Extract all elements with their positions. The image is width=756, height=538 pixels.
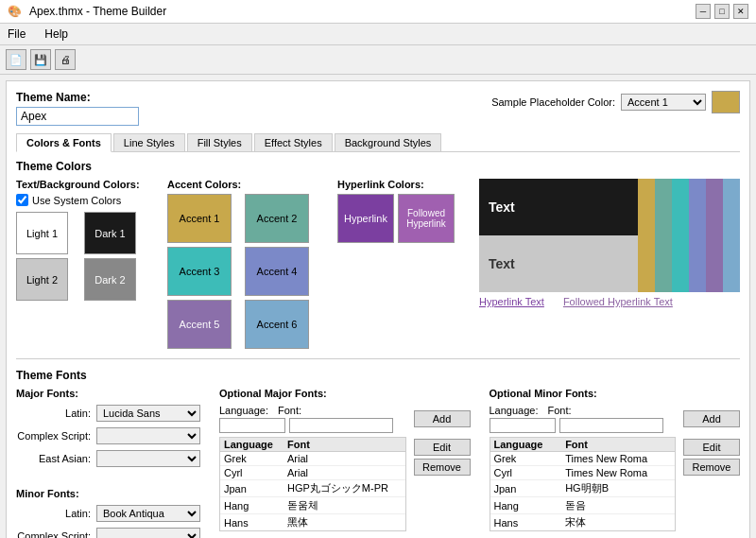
preview-links: Hyperlink Text Followed Hyperlink Text bbox=[479, 292, 740, 311]
minor-complex-row: Complex Script: bbox=[16, 528, 200, 538]
font-cell: HGP丸ゴシックM-PR bbox=[284, 480, 405, 497]
hyperlink-grid: Hyperlink Followed Hyperlink bbox=[337, 194, 460, 243]
theme-name-input[interactable] bbox=[16, 107, 139, 126]
major-complex-select[interactable] bbox=[96, 427, 200, 444]
save-button[interactable]: 💾 bbox=[30, 49, 51, 70]
table-row[interactable]: JpanHGP丸ゴシックM-PR bbox=[220, 480, 405, 497]
preview-light-text: Text bbox=[489, 256, 515, 271]
table-row[interactable]: GrekTimes New Roma bbox=[490, 452, 676, 466]
swatch-light2[interactable]: Light 2 bbox=[16, 258, 68, 301]
hyperlink-swatch[interactable]: Hyperlink bbox=[337, 194, 394, 243]
opt-minor-lang-input[interactable] bbox=[490, 418, 556, 433]
divider bbox=[16, 358, 740, 359]
lang-cell: Hang bbox=[220, 497, 284, 514]
opt-major-title: Optional Major Fonts: bbox=[219, 388, 471, 399]
font-cell: Arial bbox=[284, 466, 405, 480]
bar-accent3-l bbox=[672, 235, 689, 292]
table-row[interactable]: Hang돋움체 bbox=[220, 497, 405, 514]
tabs: Colors & Fonts Line Styles Fill Styles E… bbox=[16, 133, 740, 152]
accent6[interactable]: Accent 6 bbox=[245, 300, 309, 349]
print-button[interactable]: 🖨 bbox=[55, 49, 76, 70]
tab-colors-fonts[interactable]: Colors & Fonts bbox=[16, 133, 112, 152]
bar-accent1-l bbox=[638, 235, 655, 292]
text-bg-swatch-grid: Light 1 Dark 1 Light 2 Dark 2 bbox=[16, 212, 148, 301]
theme-name-label: Theme Name: bbox=[16, 91, 139, 104]
accent4[interactable]: Accent 4 bbox=[245, 247, 309, 296]
opt-major-remove-button[interactable]: Remove bbox=[414, 459, 471, 476]
use-system-colors-checkbox[interactable] bbox=[16, 194, 28, 206]
opt-major-font-input[interactable] bbox=[289, 418, 393, 433]
opt-major-edit-button[interactable]: Edit bbox=[414, 439, 471, 456]
opt-minor-inputs-row: Language: Font: Add bbox=[490, 405, 741, 433]
opt-minor-remove-button[interactable]: Remove bbox=[683, 459, 740, 476]
menu-bar: File Help bbox=[0, 24, 756, 45]
opt-major-edit-remove-buttons: Edit Remove bbox=[414, 437, 471, 531]
hyperlink-preview-text[interactable]: Hyperlink Text bbox=[479, 296, 544, 307]
accent-colors: Accent Colors: Accent 1 Accent 2 Accent … bbox=[167, 179, 318, 349]
use-system-colors-row: Use System Colors bbox=[16, 194, 148, 206]
accent3[interactable]: Accent 3 bbox=[167, 247, 232, 296]
preview-dark-text: Text bbox=[489, 200, 515, 215]
tab-background-styles[interactable]: Background Styles bbox=[335, 133, 442, 151]
bar-accent6-l bbox=[723, 235, 740, 292]
major-eastasian-select[interactable] bbox=[96, 450, 200, 467]
text-bg-colors: Text/Background Colors: Use System Color… bbox=[16, 179, 148, 301]
opt-minor-table: Language Font GrekTimes New RomaCyrlTime… bbox=[490, 437, 677, 531]
bar-accent5-l bbox=[706, 235, 723, 292]
lang-cell: Hans bbox=[490, 514, 562, 531]
table-row[interactable]: CyrlTimes New Roma bbox=[490, 466, 676, 480]
table-row[interactable]: Hang돋음 bbox=[490, 497, 676, 514]
accent1[interactable]: Accent 1 bbox=[167, 194, 232, 243]
table-row[interactable]: JpanHG明朝B bbox=[490, 480, 676, 497]
accent5[interactable]: Accent 5 bbox=[167, 300, 232, 349]
font-cell: 微軟正黑體 bbox=[284, 531, 405, 532]
tab-effect-styles[interactable]: Effect Styles bbox=[254, 133, 333, 151]
table-row[interactable]: GrekArial bbox=[220, 452, 405, 466]
table-row[interactable]: CyrlArial bbox=[220, 466, 405, 480]
menu-help[interactable]: Help bbox=[41, 26, 72, 43]
table-row[interactable]: Hans宋体 bbox=[490, 514, 676, 531]
tab-fill-styles[interactable]: Fill Styles bbox=[187, 133, 252, 151]
swatch-light1[interactable]: Light 1 bbox=[16, 212, 68, 254]
major-complex-label: Complex Script: bbox=[16, 430, 96, 442]
opt-major-font-label: Font: bbox=[278, 405, 406, 416]
opt-minor-edit-button[interactable]: Edit bbox=[683, 439, 740, 456]
swatch-dark1[interactable]: Dark 1 bbox=[84, 212, 136, 254]
minor-fonts-title: Minor Fonts: bbox=[16, 488, 200, 499]
theme-name-section: Theme Name: bbox=[16, 91, 139, 126]
new-button[interactable]: 📄 bbox=[6, 49, 26, 70]
maximize-button[interactable]: □ bbox=[714, 4, 730, 19]
close-button[interactable]: ✕ bbox=[733, 4, 748, 19]
title-bar: 🎨 Apex.thmx - Theme Builder ─ □ ✕ bbox=[0, 0, 756, 24]
bar-accent2 bbox=[655, 179, 672, 235]
lang-cell: Hang bbox=[490, 497, 562, 514]
table-row[interactable]: Hant新細明體 bbox=[490, 531, 676, 532]
window-controls: ─ □ ✕ bbox=[696, 4, 748, 19]
opt-minor-add-button[interactable]: Add bbox=[683, 410, 740, 427]
opt-major-lang-input[interactable] bbox=[219, 418, 285, 433]
minor-latin-select[interactable]: Book Antiqua bbox=[96, 505, 200, 522]
major-eastasian-row: East Asian: bbox=[16, 450, 200, 467]
tab-line-styles[interactable]: Line Styles bbox=[113, 133, 185, 151]
optional-fonts: Optional Major Fonts: Language: Font: bbox=[219, 388, 740, 531]
table-row[interactable]: Hans黑体 bbox=[220, 514, 405, 531]
accent2[interactable]: Accent 2 bbox=[245, 194, 309, 243]
text-bg-title: Text/Background Colors: bbox=[16, 179, 148, 190]
opt-major-add-button[interactable]: Add bbox=[414, 410, 471, 427]
opt-major-font-col: Font bbox=[284, 438, 405, 452]
minor-complex-select[interactable] bbox=[96, 528, 200, 538]
major-latin-label: Latin: bbox=[16, 408, 96, 419]
minimize-button[interactable]: ─ bbox=[696, 4, 711, 19]
followed-hyperlink-swatch[interactable]: Followed Hyperlink bbox=[398, 194, 455, 243]
theme-name-row: Theme Name: Sample Placeholder Color: Ac… bbox=[16, 91, 740, 126]
followed-hyperlink-preview-text[interactable]: Followed Hyperlink Text bbox=[563, 296, 673, 307]
menu-file[interactable]: File bbox=[4, 26, 29, 43]
lang-cell: Grek bbox=[220, 452, 284, 466]
swatch-dark2[interactable]: Dark 2 bbox=[84, 258, 136, 301]
table-row[interactable]: Hant微軟正黑體 bbox=[220, 531, 405, 532]
font-cell: 宋体 bbox=[561, 514, 675, 531]
opt-minor-font-input[interactable] bbox=[559, 418, 663, 433]
placeholder-color-select[interactable]: Accent 1 Accent 2 Accent 3 Accent 4 Acce… bbox=[621, 94, 706, 111]
major-latin-select[interactable]: Lucida Sans bbox=[96, 405, 200, 422]
theme-colors-section: Theme Colors Text/Background Colors: Use… bbox=[16, 160, 740, 349]
